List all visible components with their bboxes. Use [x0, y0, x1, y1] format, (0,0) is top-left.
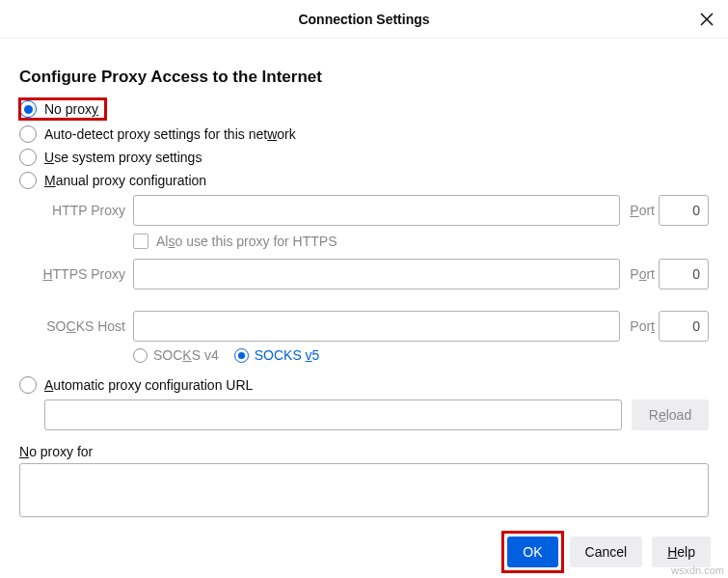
radio-manual[interactable]: Manual proxy configuration: [19, 172, 709, 189]
http-proxy-row: HTTP Proxy Port: [39, 195, 709, 226]
ok-highlight: OK: [505, 535, 559, 569]
radio-icon: [19, 172, 37, 189]
radio-socks4[interactable]: [133, 348, 148, 363]
radio-label: Auto-detect proxy settings for this netw…: [44, 126, 296, 142]
radio-icon: [19, 100, 37, 118]
socks-host-row: SOCKS Host Port: [39, 311, 709, 342]
socks-host-input[interactable]: [133, 311, 620, 342]
watermark: wsxdn.com: [671, 564, 724, 576]
radio-icon: [19, 376, 37, 394]
pac-url-input[interactable]: [44, 399, 622, 430]
noproxy-label: No proxy for: [19, 444, 709, 459]
content-scroll[interactable]: Configure Proxy Access to the Internet N…: [0, 39, 728, 525]
https-port-label: Port: [630, 266, 655, 282]
section-heading: Configure Proxy Access to the Internet: [19, 68, 709, 87]
pac-url-row: Reload: [44, 399, 709, 430]
radio-label: Manual proxy configuration: [44, 173, 206, 188]
reload-button[interactable]: Reload: [632, 399, 709, 430]
radio-auto-detect[interactable]: Auto-detect proxy settings for this netw…: [19, 125, 709, 143]
https-port-input[interactable]: [659, 259, 709, 289]
close-icon: [700, 13, 714, 26]
also-https-row[interactable]: Also use this proxy for HTTPS: [133, 234, 709, 249]
socks-version-row: SOCKS v4 SOCKS v5: [133, 347, 709, 363]
http-port-input[interactable]: [659, 195, 709, 226]
radio-label: No proxy: [44, 101, 98, 117]
cancel-button[interactable]: Cancel: [570, 537, 643, 567]
https-proxy-label: HTTPS Proxy: [39, 266, 125, 282]
dialog-footer: OK Cancel Help: [0, 525, 728, 578]
socks5-label: SOCKS v5: [255, 347, 320, 363]
http-proxy-input[interactable]: [133, 195, 620, 226]
checkbox-icon: [133, 234, 148, 249]
also-https-label: Also use this proxy for HTTPS: [156, 234, 337, 249]
radio-icon: [19, 125, 37, 143]
radio-autoconfig[interactable]: Automatic proxy configuration URL: [19, 376, 709, 394]
titlebar: Connection Settings: [0, 0, 728, 39]
radio-icon: [19, 149, 37, 166]
dialog-title: Connection Settings: [298, 12, 429, 27]
http-proxy-label: HTTP Proxy: [39, 203, 125, 218]
radio-label: Use system proxy settings: [44, 150, 202, 165]
noproxy-textarea[interactable]: [19, 463, 709, 517]
socks-host-label: SOCKS Host: [39, 318, 125, 334]
radio-system-proxy[interactable]: Use system proxy settings: [19, 149, 709, 166]
https-proxy-row: HTTPS Proxy Port: [39, 259, 709, 289]
socks-port-input[interactable]: [659, 311, 709, 342]
https-proxy-input[interactable]: [133, 259, 620, 289]
close-button[interactable]: [695, 8, 718, 31]
radio-socks5[interactable]: [234, 348, 249, 363]
http-port-label: Port: [630, 203, 655, 218]
radio-label: Automatic proxy configuration URL: [44, 377, 253, 393]
radio-no-proxy[interactable]: No proxy: [19, 98, 106, 120]
socks4-label: SOCKS v4: [153, 347, 219, 363]
ok-button[interactable]: OK: [507, 537, 557, 567]
help-button[interactable]: Help: [652, 537, 711, 567]
socks-port-label: Port: [630, 318, 655, 334]
